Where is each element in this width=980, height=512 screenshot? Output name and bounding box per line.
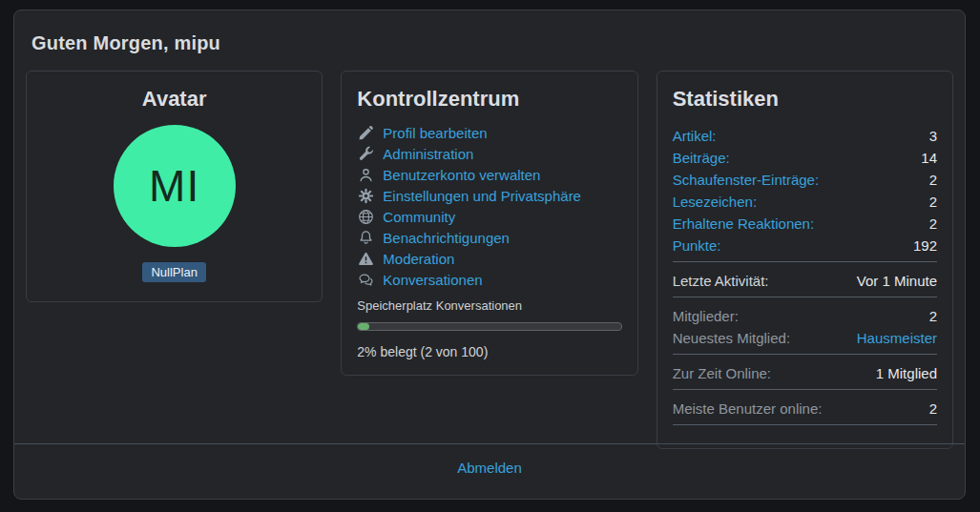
conversations-icon xyxy=(357,272,374,288)
stat-row-neuestes-mitglied: Neuestes Mitglied: Hausmeister xyxy=(673,327,937,355)
stat-label[interactable]: Beiträge: xyxy=(673,150,730,166)
warning-triangle-icon xyxy=(357,251,374,267)
avatar-card-title: Avatar xyxy=(42,87,306,112)
avatar[interactable]: MI xyxy=(114,125,236,247)
statistics-card: Statistiken Artikel: 3 Beiträge: 14 Scha… xyxy=(657,71,953,449)
stat-value: 2 xyxy=(929,172,937,188)
stat-value: 14 xyxy=(921,150,937,166)
stat-value: Vor 1 Minute xyxy=(857,273,937,289)
logout-link[interactable]: Abmelden xyxy=(457,460,522,476)
cc-link-label: Moderation xyxy=(383,251,454,267)
stat-value: 1 Mitglied xyxy=(876,365,937,381)
stat-label[interactable]: Artikel: xyxy=(673,128,717,144)
storage-progress-fill xyxy=(358,323,369,330)
stat-row-letzte-aktivitaet: Letzte Aktivität: Vor 1 Minute xyxy=(673,270,937,297)
cc-link-konversationen[interactable]: Konversationen xyxy=(357,272,621,288)
cc-link-label: Benachrichtigungen xyxy=(383,230,510,246)
cc-link-label: Profil bearbeiten xyxy=(383,125,487,141)
storage-label: Speicherplatz Konversationen xyxy=(357,298,621,313)
cc-link-moderation[interactable]: Moderation xyxy=(357,251,621,267)
cc-link-einstellungen[interactable]: Einstellungen und Privatsphäre xyxy=(357,188,621,204)
cc-link-label: Community xyxy=(383,209,455,225)
user-panel: Guten Morgen, mipu Avatar MI NullPlan Ko… xyxy=(13,10,966,500)
cards-row: Avatar MI NullPlan Kontrollzentrum Profi… xyxy=(14,71,965,449)
cc-link-label: Benutzerkonto verwalten xyxy=(383,167,540,183)
stat-label: Neuestes Mitglied: xyxy=(673,330,790,346)
cc-link-label: Konversationen xyxy=(383,272,482,288)
wrench-icon xyxy=(357,146,374,162)
avatar-card: Avatar MI NullPlan xyxy=(26,71,323,302)
stat-value: 192 xyxy=(913,237,937,254)
stat-row-beitraege: Beiträge: 14 xyxy=(673,147,937,169)
avatar-initials: MI xyxy=(149,160,199,212)
stat-label[interactable]: Lesezeichen: xyxy=(673,194,757,210)
stat-row-punkte: Punkte: 192 xyxy=(673,235,937,262)
stat-value: 3 xyxy=(929,128,937,144)
cc-link-benutzerkonto[interactable]: Benutzerkonto verwalten xyxy=(357,167,621,183)
pencil-icon xyxy=(357,125,374,141)
stat-value: 2 xyxy=(929,194,937,210)
newest-member-link[interactable]: Hausmeister xyxy=(857,330,937,346)
stat-label[interactable]: Punkte: xyxy=(673,237,721,254)
stat-value: 2 xyxy=(929,400,937,417)
greeting-heading: Guten Morgen, mipu xyxy=(14,10,965,71)
stat-row-lesezeichen: Lesezeichen: 2 xyxy=(673,191,937,213)
stat-value: 2 xyxy=(929,215,937,232)
bell-icon xyxy=(357,230,374,246)
stat-label: Letzte Aktivität: xyxy=(673,273,769,289)
globe-icon xyxy=(357,209,374,225)
stat-row-mitglieder: Mitglieder: 2 xyxy=(673,305,937,327)
storage-progress-bar xyxy=(357,322,621,331)
control-center-title: Kontrollzentrum xyxy=(357,87,621,112)
stat-row-artikel: Artikel: 3 xyxy=(673,125,937,147)
stat-row-max-online: Meiste Benutzer online: 2 xyxy=(673,398,937,425)
cc-link-community[interactable]: Community xyxy=(357,209,621,225)
stat-label[interactable]: Erhaltene Reaktionen: xyxy=(673,215,814,232)
cc-link-label: Einstellungen und Privatsphäre xyxy=(383,188,581,204)
stat-label: Zur Zeit Online: xyxy=(673,365,771,381)
stat-value: 2 xyxy=(929,308,937,324)
cc-link-administration[interactable]: Administration xyxy=(357,146,621,162)
statistics-title: Statistiken xyxy=(673,87,937,112)
cc-link-label: Administration xyxy=(383,146,473,162)
badge-wrap: NullPlan xyxy=(42,262,306,286)
dashboard-viewport: Guten Morgen, mipu Avatar MI NullPlan Ko… xyxy=(0,0,980,512)
stat-label: Meiste Benutzer online: xyxy=(673,400,823,417)
stat-row-online: Zur Zeit Online: 1 Mitglied xyxy=(673,362,937,390)
stat-label[interactable]: Schaufenster-Einträge: xyxy=(673,172,819,188)
rank-badge: NullPlan xyxy=(142,262,205,282)
panel-footer: Abmelden xyxy=(14,443,965,499)
stat-row-schaufenster: Schaufenster-Einträge: 2 xyxy=(673,169,937,191)
user-icon xyxy=(357,167,374,183)
gear-icon xyxy=(357,188,374,204)
stat-row-reaktionen: Erhaltene Reaktionen: 2 xyxy=(673,213,937,235)
cc-link-benachrichtigungen[interactable]: Benachrichtigungen xyxy=(357,230,621,246)
stat-label: Mitglieder: xyxy=(673,308,739,324)
storage-status-text: 2% belegt (2 von 100) xyxy=(357,344,621,359)
cc-link-profil[interactable]: Profil bearbeiten xyxy=(357,125,621,141)
control-center-card: Kontrollzentrum Profil bearbeiten Admini… xyxy=(341,71,637,376)
